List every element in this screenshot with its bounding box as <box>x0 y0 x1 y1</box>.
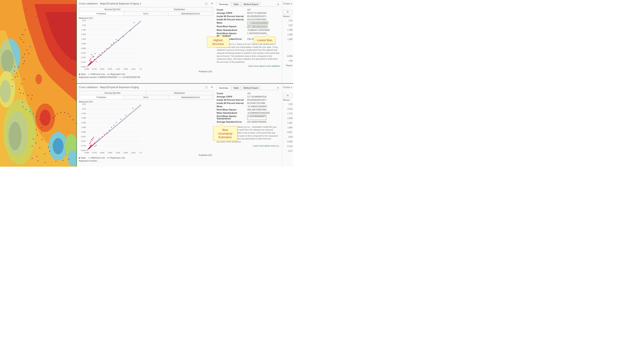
stat-value: 268.286753687094 <box>247 108 267 111</box>
sample-point <box>35 142 36 143</box>
learn-more-link[interactable]: Learn more about cross va... <box>217 145 280 147</box>
svg-text:0.637: 0.637 <box>81 135 86 137</box>
sample-point <box>41 132 42 132</box>
tab-normal-qq[interactable]: Normal QQ Plot <box>79 91 146 95</box>
svg-point-193 <box>92 140 92 141</box>
sample-point <box>39 147 40 148</box>
sample-point <box>38 160 39 161</box>
svg-point-182 <box>120 119 121 120</box>
stat-value: 92.814371257485 <box>247 102 265 104</box>
tab-summary[interactable]: Summary <box>217 86 231 90</box>
sample-point <box>22 102 23 103</box>
svg-text:0.407: 0.407 <box>81 140 86 142</box>
svg-point-86 <box>100 55 101 56</box>
tab-method-report[interactable]: Method Report <box>241 2 261 6</box>
stat-value: 95.9177174042244 <box>247 12 267 14</box>
svg-point-100 <box>92 57 92 58</box>
maximize-icon[interactable]: ▢ <box>205 86 207 89</box>
sample-point <box>32 158 33 159</box>
svg-text:0.275: 0.275 <box>92 152 97 154</box>
regression-line-icon <box>107 74 110 74</box>
close-icon[interactable]: ✕ <box>211 86 213 89</box>
sample-point <box>39 119 40 120</box>
stat-row: Inside 90 Percent Interval89.82035928143… <box>217 15 280 18</box>
sample-point <box>41 127 42 128</box>
sample-point <box>76 123 77 124</box>
sample-point <box>63 160 63 161</box>
svg-text:1.263: 1.263 <box>116 68 120 70</box>
svg-point-194 <box>93 138 93 139</box>
close-icon[interactable]: ✕ <box>211 2 213 5</box>
stat-row: Count167 <box>217 92 280 95</box>
reference-line-icon <box>88 158 91 158</box>
tab-table[interactable]: Table <box>231 86 241 90</box>
tab-distribution[interactable]: Distribution <box>146 91 213 95</box>
svg-point-175 <box>102 136 102 137</box>
sample-point <box>33 113 34 114</box>
svg-text:1.559: 1.559 <box>81 117 86 119</box>
stat-row: Inside 90 Percent Interval89.82035928143… <box>217 98 280 101</box>
sample-point <box>31 99 32 99</box>
tab-error[interactable]: Error <box>124 95 168 99</box>
svg-text:1.559: 1.559 <box>81 33 86 35</box>
sample-point <box>46 123 47 124</box>
svg-point-172 <box>97 140 98 141</box>
summary-tabs: Summary Table Method Report ≡ <box>217 2 280 6</box>
sample-point <box>32 95 33 96</box>
svg-text:1.098: 1.098 <box>81 43 86 45</box>
stat-row: Mean-7.23804658066805 <box>217 21 280 25</box>
stat-value: 167 <box>247 8 251 11</box>
svg-point-185 <box>89 143 90 144</box>
cross-validation-panel-1: Cross validation - Map2/Empirical Bayesi… <box>77 0 293 83</box>
panel-title: Cross validation - Map2/Empirical Bayesi… <box>79 86 139 89</box>
svg-point-97 <box>134 22 134 23</box>
adjacent-panel-strip: Cross v Pr Measur 2.252.021.7891.5591.32… <box>282 0 293 83</box>
stat-value: 94.0119760479042 <box>247 18 267 21</box>
menu-icon[interactable]: ≡ <box>276 86 280 89</box>
sample-point <box>30 46 31 47</box>
svg-text:-0.054: -0.054 <box>80 66 86 68</box>
regression-line-icon <box>107 158 110 158</box>
sample-point <box>68 159 69 160</box>
tab-std-error[interactable]: Standardized Error <box>168 12 213 16</box>
svg-point-95 <box>123 36 124 37</box>
tab-distribution[interactable]: Distribution <box>146 7 213 11</box>
map-view[interactable] <box>0 0 77 167</box>
stat-value: 1.20479307619449 <box>247 32 267 37</box>
sample-point <box>24 54 25 55</box>
svg-point-167 <box>93 144 93 145</box>
stat-label: Count <box>217 92 247 95</box>
sample-point <box>29 53 29 54</box>
sample-point <box>14 66 15 67</box>
tab-std-error[interactable]: Standardized Error <box>168 95 213 99</box>
sample-point <box>71 59 72 59</box>
menu-icon[interactable]: ≡ <box>276 3 280 6</box>
tab-predicted[interactable]: Predicted <box>79 95 124 99</box>
stat-value: -7.23804658066805 <box>247 22 268 24</box>
chart-metric-tabs: Predicted Error Standardized Error <box>79 11 213 16</box>
regression-function: Regression function: ... <box>79 159 213 162</box>
sample-point <box>61 112 61 113</box>
sample-point <box>55 115 56 116</box>
stat-value: 1.0192458469507 <box>247 115 267 120</box>
tab-summary[interactable]: Summary <box>217 2 231 6</box>
sample-point <box>26 9 26 10</box>
tab-normal-qq[interactable]: Normal QQ Plot <box>79 7 146 11</box>
learn-more-link[interactable]: Learn more about cross validation <box>217 65 280 67</box>
sample-point <box>17 76 18 76</box>
svg-text:1.263: 1.263 <box>116 152 120 154</box>
statistics-table: Count167Average CRPS117.923486463314Insi… <box>217 92 280 123</box>
svg-text:0.604: 0.604 <box>100 152 105 154</box>
svg-point-99 <box>90 58 91 59</box>
tab-table[interactable]: Table <box>231 2 241 6</box>
x-axis-label: Predicted (10³) <box>79 70 213 73</box>
maximize-icon[interactable]: ▢ <box>205 2 207 5</box>
svg-point-173 <box>98 139 99 140</box>
sample-point <box>24 79 24 80</box>
svg-point-96 <box>130 30 131 31</box>
tab-method-report[interactable]: Method Report <box>241 86 261 90</box>
summary-tabs: Summary Table Method Report ≡ <box>217 86 280 90</box>
svg-point-12 <box>36 74 42 84</box>
tab-predicted[interactable]: Predicted <box>79 12 124 16</box>
tab-error[interactable]: Error <box>124 12 168 16</box>
